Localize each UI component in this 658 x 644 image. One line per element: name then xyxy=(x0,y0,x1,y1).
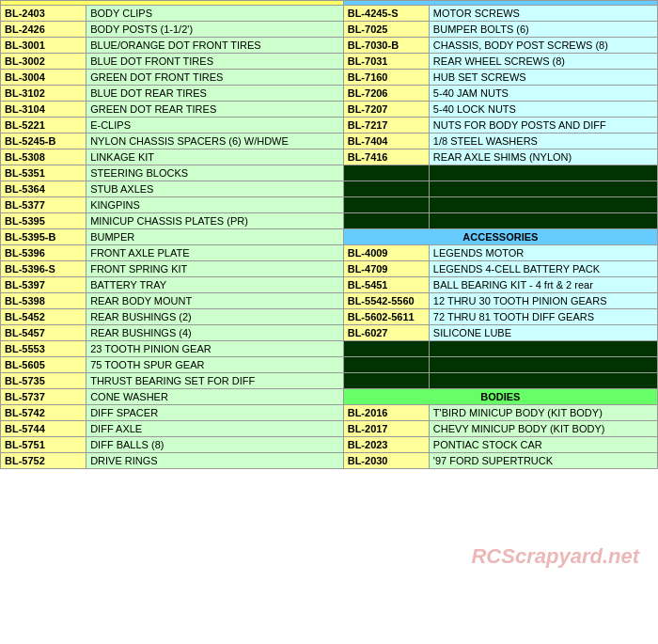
acc-name: 12 THRU 30 TOOTH PINION GEARS xyxy=(429,293,657,309)
part-name: STEERING BLOCKS xyxy=(86,165,344,181)
hw-number: BL-7217 xyxy=(343,118,429,134)
part-name: DIFF SPACER xyxy=(86,405,344,421)
empty-cell xyxy=(429,213,657,229)
part-number: BL-5605 xyxy=(1,357,86,373)
part-name: NYLON CHASSIS SPACERS (6) W/HDWE xyxy=(86,134,344,149)
part-name: E-CLIPS xyxy=(86,118,344,134)
hw-name: 5-40 JAM NUTS xyxy=(429,86,657,102)
empty-cell xyxy=(429,181,657,197)
part-number: BL-3001 xyxy=(1,38,86,54)
part-name: MINICUP CHASSIS PLATES (PR) xyxy=(86,213,344,229)
part-name: KINGPINS xyxy=(86,197,344,213)
part-number: BL-5245-B xyxy=(1,134,86,149)
part-number: BL-3104 xyxy=(1,102,86,118)
empty-cell xyxy=(343,213,429,229)
hw-name: BUMPER BOLTS (6) xyxy=(429,22,657,38)
part-name: BODY POSTS (1-1/2') xyxy=(86,22,344,38)
part-number: BL-3102 xyxy=(1,86,86,102)
acc-name: LEGENDS MOTOR xyxy=(429,245,657,261)
hw-name: NUTS FOR BODY POSTS AND DIFF xyxy=(429,118,657,134)
part-name: FRONT AXLE PLATE xyxy=(86,245,344,261)
hw-number: BL-7160 xyxy=(343,70,429,86)
part-name: BODY CLIPS xyxy=(86,6,344,22)
bodies-name: '97 FORD SUPERTRUCK xyxy=(429,453,657,469)
acc-number: BL-6027 xyxy=(343,325,429,341)
part-name: GREEN DOT REAR TIRES xyxy=(86,102,344,118)
hw-name: MOTOR SCREWS xyxy=(429,6,657,22)
part-name: BLUE DOT FRONT TIRES xyxy=(86,54,344,70)
part-name: THRUST BEARING SET FOR DIFF xyxy=(86,373,344,389)
part-number: BL-5735 xyxy=(1,373,86,389)
acc-number: BL-5451 xyxy=(343,277,429,293)
acc-number: BL-4709 xyxy=(343,261,429,277)
part-number: BL-5364 xyxy=(1,181,86,197)
part-number: BL-5396-S xyxy=(1,261,86,277)
part-name: BLUE DOT REAR TIRES xyxy=(86,86,344,102)
empty-cell xyxy=(343,181,429,197)
hw-number: BL-7031 xyxy=(343,54,429,70)
bodies-number: BL-2016 xyxy=(343,405,429,421)
part-name: 23 TOOTH PINION GEAR xyxy=(86,341,344,357)
part-number: BL-5457 xyxy=(1,325,86,341)
part-number: BL-5752 xyxy=(1,453,86,469)
acc-number: BL-5542-5560 xyxy=(343,293,429,309)
part-name: BUMPER xyxy=(86,229,344,245)
empty-cell xyxy=(343,197,429,213)
part-name: STUB AXLES xyxy=(86,181,344,197)
part-name: CONE WASHER xyxy=(86,389,344,405)
part-name: REAR BUSHINGS (4) xyxy=(86,325,344,341)
part-name: FRONT SPRING KIT xyxy=(86,261,344,277)
part-number: BL-5351 xyxy=(1,165,86,181)
hw-name: 5-40 LOCK NUTS xyxy=(429,102,657,118)
part-number: BL-5308 xyxy=(1,149,86,165)
hw-number: BL-7030-B xyxy=(343,38,429,54)
part-number: BL-3004 xyxy=(1,70,86,86)
part-number: BL-5395-B xyxy=(1,229,86,245)
bodies-name: T'BIRD MINICUP BODY (KIT BODY) xyxy=(429,405,657,421)
hw-number: BL-7416 xyxy=(343,149,429,165)
part-number: BL-3002 xyxy=(1,54,86,70)
empty-cell xyxy=(429,165,657,181)
empty-cell xyxy=(429,373,657,389)
accessories-header: ACCESSORIES xyxy=(343,229,657,245)
part-number: BL-5221 xyxy=(1,118,86,134)
part-name: REAR BUSHINGS (2) xyxy=(86,309,344,325)
part-number: BL-5452 xyxy=(1,309,86,325)
part-number: BL-5397 xyxy=(1,277,86,293)
hw-number: BL-7025 xyxy=(343,22,429,38)
acc-number: BL-5602-5611 xyxy=(343,309,429,325)
hw-number: BL-7404 xyxy=(343,134,429,149)
bodies-number: BL-2023 xyxy=(343,437,429,453)
hw-name: REAR AXLE SHIMS (NYLON) xyxy=(429,149,657,165)
part-name: DIFF BALLS (8) xyxy=(86,437,344,453)
part-name: REAR BODY MOUNT xyxy=(86,293,344,309)
hw-number: BL-4245-S xyxy=(343,6,429,22)
empty-cell xyxy=(343,373,429,389)
hw-name: 1/8 STEEL WASHERS xyxy=(429,134,657,149)
part-number: BL-5744 xyxy=(1,421,86,437)
bodies-number: BL-2017 xyxy=(343,421,429,437)
empty-cell xyxy=(429,197,657,213)
part-number: BL-5396 xyxy=(1,245,86,261)
part-number: BL-5398 xyxy=(1,293,86,309)
part-number: BL-5737 xyxy=(1,389,86,405)
part-number: BL-5553 xyxy=(1,341,86,357)
acc-name: SILICONE LUBE xyxy=(429,325,657,341)
bodies-name: PONTIAC STOCK CAR xyxy=(429,437,657,453)
hw-name: HUB SET SCREWS xyxy=(429,70,657,86)
empty-cell xyxy=(343,165,429,181)
part-number: BL-2403 xyxy=(1,6,86,22)
part-name: DRIVE RINGS xyxy=(86,453,344,469)
bodies-number: BL-2030 xyxy=(343,453,429,469)
acc-name: 72 THRU 81 TOOTH DIFF GEARS xyxy=(429,309,657,325)
empty-cell xyxy=(429,357,657,373)
part-number: BL-5742 xyxy=(1,405,86,421)
hw-name: CHASSIS, BODY POST SCREWS (8) xyxy=(429,38,657,54)
empty-cell xyxy=(343,341,429,357)
empty-cell xyxy=(429,341,657,357)
part-number: BL-2426 xyxy=(1,22,86,38)
part-number: BL-5377 xyxy=(1,197,86,213)
empty-cell xyxy=(343,357,429,373)
acc-name: BALL BEARING KIT - 4 frt & 2 rear xyxy=(429,277,657,293)
acc-number: BL-4009 xyxy=(343,245,429,261)
